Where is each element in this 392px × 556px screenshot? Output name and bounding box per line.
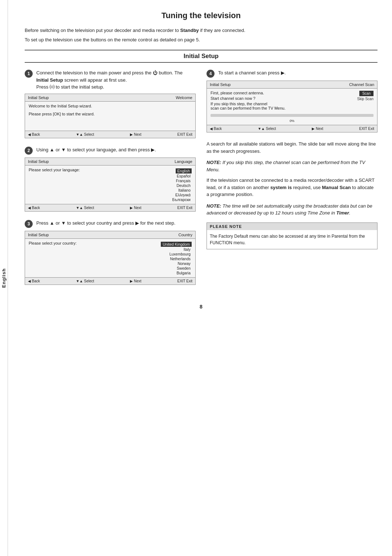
note2: NOTE: The time will be set automatically…	[207, 203, 377, 217]
step-1-screen: Initial Setup Welcome Welcome to the Ini…	[25, 94, 196, 138]
note1-bold: NOTE:	[207, 160, 221, 165]
step-1: 1 Connect the television to the main pow…	[25, 69, 196, 138]
note1-text: If you skip this step, the channel scan …	[207, 160, 365, 172]
country-norway: Norway	[176, 261, 192, 266]
please-note-header: PLEASE NOTE	[207, 223, 377, 230]
screen4-header-left: Initial Setup	[210, 82, 230, 87]
step-2-number: 2	[25, 147, 33, 155]
screen1-header-right: Welcome	[176, 95, 192, 100]
screen1-body-line1: Welcome to the Initial Setup wizard.	[29, 104, 192, 108]
country-italy: Italy	[183, 247, 192, 252]
screen2-footer-exit: EXIT Exit	[177, 206, 193, 210]
step-1-text: Connect the television to the main power…	[36, 69, 196, 91]
screen4-line2: Start channel scan now ?	[211, 96, 285, 101]
page-title: Tuning the television	[25, 11, 377, 20]
country-sweden: Sweden	[176, 266, 192, 270]
right-para2: If the television cannot be connected to…	[207, 177, 377, 198]
step-4-text: To start a channel scan press ▶.	[218, 69, 377, 77]
screen3-footer-exit: EXIT Exit	[177, 279, 193, 283]
step-4: 4 To start a channel scan press ▶. Initi…	[207, 69, 377, 132]
screen3-footer-back: ◀ Back	[28, 279, 40, 283]
lang-deutsch: Deutsch	[175, 183, 192, 188]
screen3-body-label: Please select your country:	[29, 241, 77, 245]
step-2-screen: Initial Setup Language Please select you…	[25, 158, 196, 212]
lang-francais: Français	[175, 179, 192, 183]
country-luxembourg: Luxembourg	[168, 252, 192, 256]
screen1-footer-back: ◀ Back	[28, 132, 40, 136]
progress-label: 0%	[211, 119, 373, 123]
left-column: 1 Connect the television to the main pow…	[25, 69, 196, 293]
lang-english: English	[176, 168, 192, 173]
page-number: 8	[25, 304, 377, 310]
country-uk: United Kingdom	[161, 242, 192, 247]
screen4-footer-next: ▶ Next	[312, 127, 323, 131]
screen3-footer-next: ▶ Next	[130, 279, 141, 283]
note2-timer: Timer	[336, 210, 349, 216]
scan-button: Scan	[359, 91, 373, 96]
screen4-footer-back: ◀ Back	[210, 127, 222, 131]
note2-end: .	[349, 210, 351, 216]
screen2-body-label: Please select your language:	[29, 168, 80, 172]
country-list: United Kingdom Italy Luxembourg Netherla…	[161, 242, 192, 275]
note1: NOTE: If you skip this step, the channel…	[207, 159, 377, 173]
screen1-body-line3: Please press [OK] to start the wizard.	[29, 112, 192, 116]
step-4-screen: Initial Setup Channel Scan First, please…	[207, 81, 377, 132]
skip-scan-button: Skip Scan	[357, 97, 373, 101]
step-1-number: 1	[25, 70, 33, 78]
screen3-footer-select: ▼▲ Select	[76, 279, 94, 283]
screen3-header-right: Country	[178, 233, 192, 237]
country-bulgaria: Bulgaria	[175, 271, 192, 275]
screen4-footer-exit: EXIT Exit	[359, 127, 375, 131]
screen4-line1: First, please connect antenna.	[211, 91, 285, 95]
country-netherlands: Netherlands	[169, 257, 192, 261]
lang-bulgarian: Български	[171, 197, 192, 202]
note2-bold: NOTE:	[207, 203, 221, 209]
screen4-header-right: Channel Scan	[349, 82, 374, 87]
step-2-text: Using ▲ or ▼ to select your language, an…	[36, 146, 196, 154]
screen1-footer-next: ▶ Next	[130, 132, 141, 136]
screen2-footer-select: ▼▲ Select	[76, 206, 94, 210]
screen2-footer-back: ◀ Back	[28, 206, 40, 210]
screen4-line3: If you skip this step, the channel	[211, 102, 285, 106]
progress-bar-container	[211, 114, 373, 117]
lang-espanol: Español	[176, 174, 192, 178]
screen2-header-right: Language	[175, 159, 192, 164]
step-4-number: 4	[207, 70, 215, 78]
screen4-footer-select: ▼▲ Select	[258, 127, 276, 131]
screen1-footer-select: ▼▲ Select	[76, 132, 94, 136]
side-tab-label: English	[1, 268, 7, 288]
please-note-box: PLEASE NOTE The Factory Default menu can…	[207, 222, 377, 249]
lang-italiano: Italiano	[177, 188, 192, 192]
step-3-screen: Initial Setup Country Please select your…	[25, 231, 196, 285]
language-list: English Español Français Deutsch Italian…	[171, 168, 192, 202]
screen1-footer-exit: EXIT Exit	[177, 132, 193, 136]
step-3: 3 Press ▲ or ▼ to select your country an…	[25, 220, 196, 285]
right-para1: A search for all available stations will…	[207, 140, 377, 155]
intro-text-1: Before switching on the television put y…	[25, 27, 377, 34]
screen4-line4: scan can be performed from the TV Menu.	[211, 106, 285, 110]
please-note-body: The Factory Default menu can also be acc…	[207, 230, 377, 249]
screen2-header-left: Initial Setup	[28, 159, 49, 164]
side-tab: English	[0, 0, 8, 556]
screen2-footer-next: ▶ Next	[130, 206, 141, 210]
intro-text-2: To set up the television use the buttons…	[25, 36, 377, 44]
step-3-number: 3	[25, 220, 33, 228]
screen3-header-left: Initial Setup	[28, 233, 49, 237]
step-2: 2 Using ▲ or ▼ to select your language, …	[25, 146, 196, 212]
screen1-header-left: Initial Setup	[28, 95, 49, 100]
step-3-text: Press ▲ or ▼ to select your country and …	[36, 220, 196, 227]
lang-greek: Ελληνικά	[174, 193, 192, 197]
right-column: 4 To start a channel scan press ▶. Initi…	[207, 69, 377, 249]
section-heading: Initial Setup	[25, 50, 377, 63]
